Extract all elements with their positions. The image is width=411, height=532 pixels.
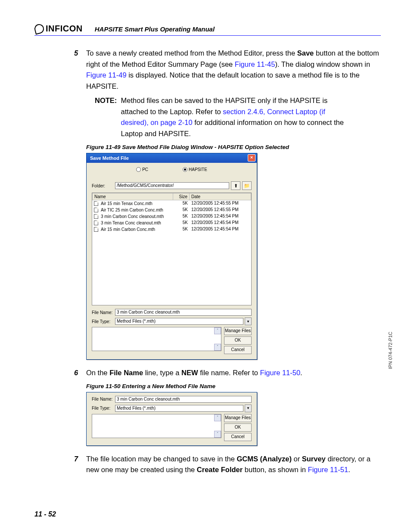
close-icon[interactable]: × — [248, 154, 255, 162]
cancel-button[interactable]: Cancel — [224, 346, 252, 354]
logo-text: INFICON — [46, 24, 83, 34]
list-item[interactable]: 3 min Carbon Conc cleanout.mth5K12/20/20… — [92, 213, 251, 220]
filetype-label: File Type: — [92, 406, 113, 411]
file-size: 5K — [173, 213, 190, 220]
dialog-titlebar: Save Method File × — [87, 153, 257, 163]
body-text: . — [300, 369, 302, 376]
body-text: . — [348, 466, 350, 473]
note-block: NOTE: Method files can be saved to the H… — [95, 95, 381, 139]
step-number: 7 — [74, 454, 78, 465]
col-name[interactable]: Name — [92, 193, 173, 200]
col-date[interactable]: Date — [190, 193, 251, 200]
ok-button[interactable]: OK — [224, 336, 252, 345]
list-item[interactable]: Air 15 min Carbon Conc.mth5K12/20/2005 1… — [92, 226, 251, 233]
radio-label: PC — [142, 167, 148, 172]
step-number: 5 — [74, 48, 78, 59]
list-item[interactable]: Air 15 min Tenax Conc.mth5K12/20/2005 12… — [92, 200, 251, 207]
file-date: 12/20/2005 12:45:55 PM — [190, 207, 251, 213]
col-size[interactable]: Size — [173, 193, 190, 200]
save-method-file-dialog: Save Method File × PC HAPSITE Folder: /M… — [86, 153, 257, 360]
body-text: Save — [297, 49, 314, 57]
file-date: 12/20/2005 12:45:54 PM — [190, 213, 251, 220]
file-name: 3 min Tenax Conc cleanout.mth — [99, 220, 163, 226]
file-name: 3 min Carbon Conc cleanout.mth — [99, 214, 165, 219]
body-text: On the — [86, 369, 109, 376]
step-5: 5 To save a newly created method from th… — [86, 48, 381, 140]
radio-pc[interactable]: PC — [136, 167, 148, 172]
chevron-down-icon[interactable]: ▼ — [245, 317, 252, 325]
document-title: HAPSITE Smart Plus Operating Manual — [95, 25, 215, 33]
body-text: NEW — [181, 369, 198, 376]
body-text: button, as shown in — [243, 466, 308, 473]
radio-hapsite[interactable]: HAPSITE — [183, 167, 207, 172]
filename-label: File Name: — [92, 397, 113, 401]
filetype-label: File Type: — [92, 319, 113, 324]
ok-button[interactable]: OK — [224, 423, 252, 432]
body-text: or — [292, 455, 302, 463]
file-name: Air TIC 25 min Carbon Conc.mth — [99, 207, 165, 213]
folder-input[interactable]: /Method/GCMS/Concentrator/ — [115, 182, 229, 189]
figure-link[interactable]: Figure 11-50 — [260, 369, 301, 376]
file-size: 5K — [173, 200, 190, 207]
list-item[interactable]: Air TIC 25 min Carbon Conc.mth5K12/20/20… — [92, 207, 251, 213]
filetype-select[interactable]: Method Files (*.mth) — [115, 318, 243, 325]
body-text: Survey — [302, 455, 326, 463]
list-header: Name Size Date — [92, 193, 251, 200]
file-icon — [94, 214, 98, 219]
up-folder-icon[interactable]: ⬆ — [231, 181, 240, 190]
file-size: 5K — [173, 226, 190, 233]
body-text: ). The dialog window shown in — [275, 60, 370, 68]
filename-entry-dialog: File Name: 3 min Carbon Conc cleanout.mt… — [86, 392, 257, 446]
inficon-logo-icon — [34, 23, 45, 34]
body-text: File Name — [109, 369, 143, 376]
new-folder-icon[interactable]: 📁 — [242, 181, 252, 190]
radio-label: HAPSITE — [189, 167, 207, 172]
file-size: 5K — [173, 207, 190, 213]
filename-input[interactable]: 3 min Carbon Conc cleanout.mth — [115, 396, 252, 403]
step-7: 7 The file location may be changed to sa… — [86, 454, 381, 476]
filetype-select[interactable]: Method Files (*.mth) — [115, 405, 243, 412]
filename-input[interactable]: 3 min Carbon Conc cleanout.mth — [115, 309, 252, 316]
manage-files-button[interactable]: Manage Files — [224, 327, 252, 335]
scroll-up-icon[interactable]: ˄ — [214, 327, 221, 334]
step-number: 6 — [74, 367, 78, 379]
page-number: 11 - 52 — [34, 510, 56, 518]
file-date: 12/20/2005 12:45:54 PM — [190, 226, 251, 233]
body-text: The file location may be changed to save… — [86, 455, 237, 463]
body-text: To save a newly created method from the … — [86, 49, 297, 57]
figure-link[interactable]: Figure 11-49 — [86, 71, 127, 79]
manage-files-button[interactable]: Manage Files — [224, 414, 252, 422]
body-text: file name. Refer to — [198, 369, 260, 376]
scroll-up-icon[interactable]: ˄ — [214, 414, 221, 421]
file-date: 12/20/2005 12:45:54 PM — [190, 220, 251, 226]
note-label: NOTE: — [95, 95, 119, 106]
body-text: GCMS (Analyze) — [237, 455, 291, 463]
chevron-down-icon[interactable]: ▼ — [245, 404, 252, 412]
ipn-code: IPN 074-472-P1C — [388, 332, 393, 369]
radio-icon — [183, 167, 187, 172]
file-size: 5K — [173, 220, 190, 226]
figure-caption: Figure 11-50 Entering a New Method File … — [86, 383, 381, 389]
figure-link[interactable]: Figure 11-51 — [308, 466, 349, 473]
body-text: line, type a — [143, 369, 181, 376]
dialog-title: Save Method File — [90, 156, 129, 161]
file-date: 12/20/2005 12:45:55 PM — [190, 200, 251, 207]
folder-label: Folder: — [92, 184, 113, 188]
list-item[interactable]: 3 min Tenax Conc cleanout.mth5K12/20/200… — [92, 220, 251, 226]
page-header: INFICON HAPSITE Smart Plus Operating Man… — [34, 24, 381, 36]
file-list[interactable]: Name Size Date Air 15 min Tenax Conc.mth… — [92, 193, 252, 305]
cancel-button[interactable]: Cancel — [224, 433, 252, 441]
preview-box: ˄ ˅ — [92, 414, 221, 438]
scroll-down-icon[interactable]: ˅ — [214, 344, 221, 351]
file-name: Air 15 min Tenax Conc.mth — [99, 201, 154, 206]
filename-label: File Name: — [92, 310, 113, 315]
body-text: Create Folder — [197, 466, 243, 473]
figure-link[interactable]: Figure 11-45 — [235, 60, 275, 68]
location-radio-group: PC HAPSITE — [92, 167, 252, 172]
file-icon — [94, 227, 98, 232]
file-icon — [94, 201, 98, 206]
step-6: 6 On the File Name line, type a NEW file… — [86, 367, 381, 379]
scroll-down-icon[interactable]: ˅ — [214, 431, 221, 438]
figure-caption: Figure 11-49 Save Method File Dialog Win… — [86, 144, 381, 150]
body-text: is displayed. Notice that the default lo… — [86, 71, 360, 90]
